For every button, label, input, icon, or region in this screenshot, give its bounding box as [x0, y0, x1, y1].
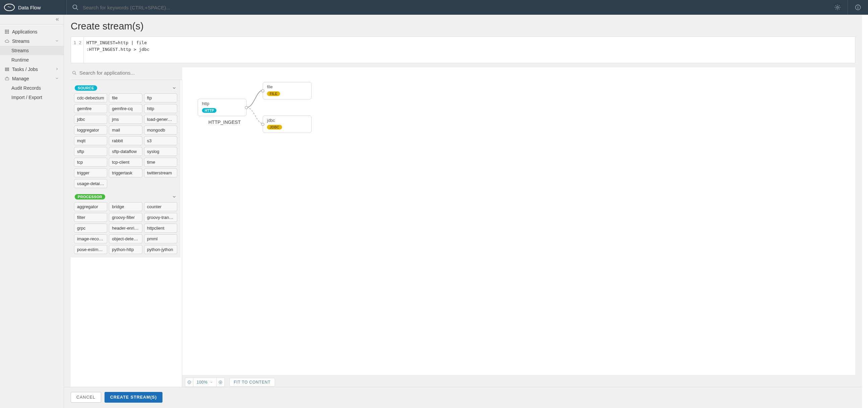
divider	[847, 0, 848, 15]
chevron-down-icon	[55, 76, 59, 80]
source-chip-trigger[interactable]: trigger	[74, 168, 107, 177]
section-header-source[interactable]: SOURCE	[74, 83, 177, 93]
nav: ApplicationsStreamsStreamsRuntimeTasks /…	[0, 25, 64, 408]
source-chip-cdc-debezium[interactable]: cdc-debezium	[74, 93, 107, 102]
chevron-down-icon	[172, 86, 177, 90]
brand: Data Flow	[4, 4, 64, 11]
source-chip-gemfire[interactable]: gemfire	[74, 104, 107, 113]
sidebar-subitem-audit-records[interactable]: Audit Records	[0, 83, 64, 93]
stream-name-label: HTTP_INGEST	[208, 120, 241, 125]
builder: SOURCE cdc-debeziumfileftpgemfiregemfire…	[71, 67, 855, 387]
palette-search-input[interactable]	[79, 69, 182, 77]
source-chip-jdbc[interactable]: jdbc	[74, 115, 107, 124]
main-inner: Create stream(s) 1 2 HTTP_INGEST=http | …	[64, 15, 862, 387]
processor-chip-httpclient[interactable]: httpclient	[144, 224, 177, 233]
app-header: Data Flow	[0, 0, 868, 15]
source-chip-rabbit[interactable]: rabbit	[109, 136, 142, 145]
source-chip-file[interactable]: file	[109, 93, 142, 102]
svg-line-1	[76, 8, 78, 10]
processor-chip-header-enricher[interactable]: header-enricher	[109, 224, 142, 233]
sidebar-item-applications[interactable]: Applications	[0, 27, 64, 36]
port-in[interactable]	[261, 123, 264, 126]
zoom-out-button[interactable]	[185, 378, 193, 386]
zoom-in-button[interactable]	[216, 378, 224, 386]
sidebar-item-label: Applications	[12, 29, 37, 34]
main: Create stream(s) 1 2 HTTP_INGEST=http | …	[64, 15, 868, 408]
sidebar-subitem-import-export[interactable]: Import / Export	[0, 93, 64, 102]
create-stream-button[interactable]: CREATE STREAM(S)	[104, 392, 162, 403]
processor-chip-bridge[interactable]: bridge	[109, 202, 142, 211]
fit-to-content-button[interactable]: FIT TO CONTENT	[229, 378, 275, 386]
processor-chip-groovy-transform[interactable]: groovy-transform	[144, 213, 177, 222]
node-http[interactable]: http HTTP	[198, 99, 247, 116]
processor-chip-python-jython[interactable]: python-jython	[144, 245, 177, 254]
canvas-column: http HTTP HTTP_INGEST file FILE	[182, 67, 855, 387]
processor-chip-aggregator[interactable]: aggregator	[74, 202, 107, 211]
palette-section-source: SOURCE cdc-debeziumfileftpgemfiregemfire…	[74, 83, 177, 188]
zoom-value[interactable]: 100%	[193, 380, 216, 384]
sidebar-subitem-streams[interactable]: Streams	[0, 46, 64, 55]
node-file[interactable]: file FILE	[262, 82, 312, 99]
node-title: file	[267, 84, 308, 89]
cancel-button[interactable]: CANCEL	[71, 392, 101, 403]
source-chip-load-generator[interactable]: load-generator	[144, 115, 177, 124]
info-icon[interactable]	[852, 1, 864, 13]
svg-rect-18	[5, 78, 9, 80]
processor-chip-pmml[interactable]: pmml	[144, 234, 177, 243]
source-chip-sftp[interactable]: sftp	[74, 147, 107, 156]
processor-chip-python-http[interactable]: python-http	[109, 245, 142, 254]
dsl-editor[interactable]: 1 2 HTTP_INGEST=http | file :HTTP_INGEST…	[71, 36, 855, 63]
processor-chip-grid: aggregatorbridgecounterfiltergroovy-filt…	[74, 202, 177, 254]
source-chip-triggertask[interactable]: triggertask	[109, 168, 142, 177]
source-chip-loggregator[interactable]: loggregator	[74, 126, 107, 135]
source-chip-mail[interactable]: mail	[109, 126, 142, 135]
graph-canvas[interactable]: http HTTP HTTP_INGEST file FILE	[182, 67, 855, 375]
source-chip-jms[interactable]: jms	[109, 115, 142, 124]
source-chip-syslog[interactable]: syslog	[144, 147, 177, 156]
source-chip-gemfire-cq[interactable]: gemfire-cq	[109, 104, 142, 113]
source-chip-sftp-dataflow[interactable]: sftp-dataflow	[109, 147, 142, 156]
chevron-down-icon	[172, 195, 177, 199]
source-badge: SOURCE	[75, 86, 97, 91]
processor-chip-object-detection[interactable]: object-detection	[109, 234, 142, 243]
section-header-processor[interactable]: PROCESSOR	[74, 192, 177, 202]
svg-rect-7	[6, 30, 7, 31]
port-in[interactable]	[261, 89, 264, 92]
sidebar-collapse[interactable]	[0, 15, 64, 25]
sidebar-item-streams[interactable]: Streams	[0, 36, 64, 46]
sidebar: ApplicationsStreamsStreamsRuntimeTasks /…	[0, 15, 64, 408]
processor-chip-groovy-filter[interactable]: groovy-filter	[109, 213, 142, 222]
processor-chip-image-recogniti-[interactable]: image-recogniti...	[74, 234, 107, 243]
source-chip-tcp-client[interactable]: tcp-client	[109, 158, 142, 167]
sidebar-subitem-runtime[interactable]: Runtime	[0, 55, 64, 65]
node-jdbc[interactable]: jdbc JDBC	[262, 115, 312, 133]
sidebar-item-manage[interactable]: Manage	[0, 74, 64, 83]
svg-rect-15	[5, 68, 9, 68]
source-chip-s3[interactable]: s3	[144, 136, 177, 145]
gear-icon[interactable]	[832, 1, 843, 13]
editor-body[interactable]: HTTP_INGEST=http | file :HTTP_INGEST.htt…	[84, 37, 855, 63]
global-search-input[interactable]	[82, 3, 832, 12]
processor-chip-pose-estimation[interactable]: pose-estimation	[74, 245, 107, 254]
minus-circle-icon	[187, 380, 191, 384]
plus-circle-icon	[218, 380, 222, 384]
source-chip-ftp[interactable]: ftp	[144, 93, 177, 102]
source-chip-tcp[interactable]: tcp	[74, 158, 107, 167]
source-chip-mqtt[interactable]: mqtt	[74, 136, 107, 145]
processor-chip-filter[interactable]: filter	[74, 213, 107, 222]
source-chip-twitterstream[interactable]: twitterstream	[144, 168, 177, 177]
source-chip-mongodb[interactable]: mongodb	[144, 126, 177, 135]
palette-scroll[interactable]: SOURCE cdc-debeziumfileftpgemfiregemfire…	[71, 80, 182, 387]
sidebar-item-tasks-jobs[interactable]: Tasks / Jobs	[0, 65, 64, 74]
sidebar-item-label: Audit Records	[11, 86, 41, 91]
port-out[interactable]	[245, 106, 248, 109]
source-chip-http[interactable]: http	[144, 104, 177, 113]
chevron-down-icon	[55, 39, 59, 43]
source-chip-usage-detail-se-[interactable]: usage-detail-se...	[74, 179, 107, 188]
processor-chip-grpc[interactable]: grpc	[74, 224, 107, 233]
brand-name: Data Flow	[18, 5, 41, 10]
search-icon	[72, 71, 77, 75]
processor-chip-counter[interactable]: counter	[144, 202, 177, 211]
source-chip-time[interactable]: time	[144, 158, 177, 167]
node-title: jdbc	[267, 118, 308, 123]
